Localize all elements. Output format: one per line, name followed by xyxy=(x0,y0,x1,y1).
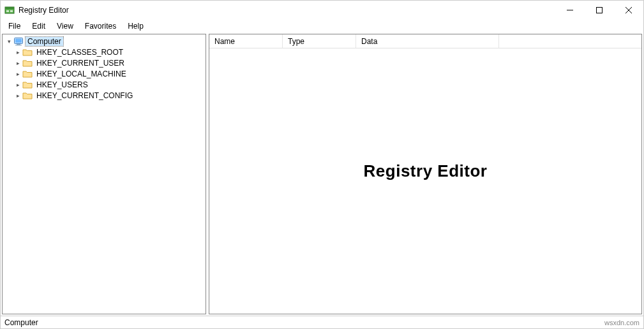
folder-icon xyxy=(22,80,33,90)
maximize-button[interactable] xyxy=(585,1,614,20)
svg-rect-11 xyxy=(15,45,22,45)
window-title: Registry Editor xyxy=(19,6,69,15)
tree-pane[interactable]: ▾ Computer ▸ HKEY_CLASSES_ROOT ▸ xyxy=(2,34,206,314)
tree-node[interactable]: ▸ HKEY_USERS xyxy=(3,79,206,90)
column-name[interactable]: Name xyxy=(209,34,283,48)
svg-rect-5 xyxy=(597,8,603,13)
tree-node[interactable]: ▸ HKEY_CURRENT_USER xyxy=(3,57,206,68)
statusbar: Computer wsxdn.com xyxy=(1,316,643,328)
tree-root-label[interactable]: Computer xyxy=(26,37,63,46)
menu-file[interactable]: File xyxy=(3,21,26,31)
folder-icon xyxy=(22,91,33,101)
menu-edit[interactable]: Edit xyxy=(27,21,50,31)
folder-icon xyxy=(22,58,33,68)
chevron-right-icon[interactable]: ▸ xyxy=(14,71,22,77)
minimize-button[interactable] xyxy=(555,1,585,20)
folder-icon xyxy=(22,47,33,57)
main-split: ▾ Computer ▸ HKEY_CLASSES_ROOT ▸ xyxy=(1,33,643,316)
chevron-right-icon[interactable]: ▸ xyxy=(14,60,22,66)
chevron-right-icon[interactable]: ▸ xyxy=(14,82,22,88)
close-button[interactable] xyxy=(614,1,643,20)
tree-node[interactable]: ▸ HKEY_CLASSES_ROOT xyxy=(3,47,206,57)
tree-root-row[interactable]: ▾ Computer xyxy=(3,36,206,47)
tree-node-label[interactable]: HKEY_CURRENT_CONFIG xyxy=(34,91,135,100)
computer-icon xyxy=(13,36,24,47)
watermark: wsxdn.com xyxy=(604,319,640,326)
list-header: Name Type Data xyxy=(209,34,641,48)
svg-rect-10 xyxy=(17,44,20,45)
svg-rect-2 xyxy=(6,10,9,12)
menu-favorites[interactable]: Favorites xyxy=(80,21,121,31)
column-data[interactable]: Data xyxy=(356,34,499,48)
window-controls xyxy=(555,1,643,20)
chevron-down-icon[interactable]: ▾ xyxy=(5,38,13,45)
svg-rect-9 xyxy=(15,39,22,43)
app-icon xyxy=(4,5,15,15)
tree-node-label[interactable]: HKEY_CURRENT_USER xyxy=(34,59,126,68)
tree-node-label[interactable]: HKEY_LOCAL_MACHINE xyxy=(34,69,128,78)
tree-node-label[interactable]: HKEY_USERS xyxy=(34,80,90,89)
overlay-heading: Registry Editor xyxy=(209,161,641,181)
tree-node-label[interactable]: HKEY_CLASSES_ROOT xyxy=(34,48,125,57)
tree-node[interactable]: ▸ HKEY_LOCAL_MACHINE xyxy=(3,68,206,79)
menu-view[interactable]: View xyxy=(52,21,79,31)
list-pane[interactable]: Name Type Data Registry Editor xyxy=(209,34,642,314)
tree-node[interactable]: ▸ HKEY_CURRENT_CONFIG xyxy=(3,90,206,101)
menu-help[interactable]: Help xyxy=(123,21,149,31)
folder-icon xyxy=(22,69,33,79)
menubar: File Edit View Favorites Help xyxy=(1,20,643,33)
svg-rect-3 xyxy=(10,10,13,12)
chevron-right-icon[interactable]: ▸ xyxy=(14,92,22,99)
status-path: Computer xyxy=(4,318,38,327)
column-spacer xyxy=(499,34,641,48)
titlebar: Registry Editor xyxy=(1,1,643,20)
column-type[interactable]: Type xyxy=(283,34,356,48)
svg-rect-1 xyxy=(5,7,14,9)
chevron-right-icon[interactable]: ▸ xyxy=(14,49,22,55)
